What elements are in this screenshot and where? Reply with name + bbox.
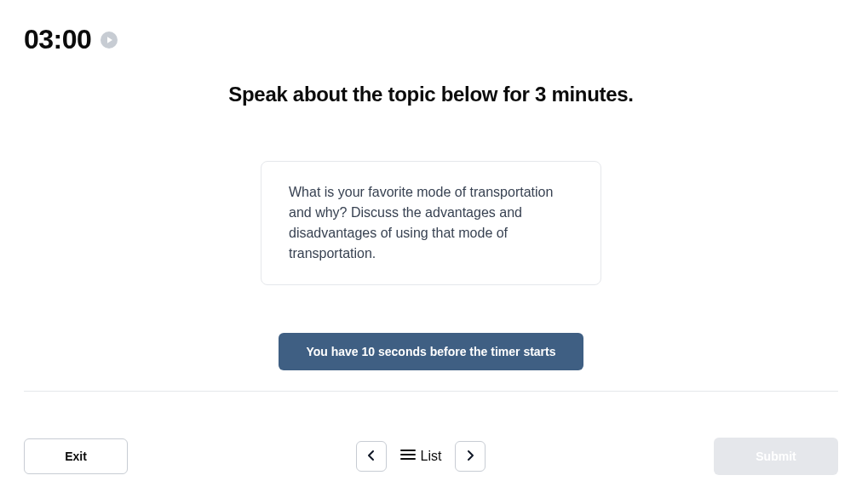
- prev-button[interactable]: [356, 441, 387, 472]
- play-icon[interactable]: [100, 31, 118, 49]
- topic-card: What is your favorite mode of transporta…: [261, 161, 601, 285]
- list-label: List: [421, 449, 442, 464]
- timer-value: 03:00: [24, 24, 91, 55]
- nav-group: List: [356, 441, 486, 472]
- page-title: Speak about the topic below for 3 minute…: [24, 83, 838, 106]
- list-button[interactable]: List: [397, 444, 445, 469]
- footer-divider: [24, 391, 838, 392]
- countdown-status: You have 10 seconds before the timer sta…: [279, 333, 583, 370]
- submit-button[interactable]: Submit: [714, 438, 838, 475]
- footer: Exit List: [24, 438, 838, 475]
- chevron-right-icon: [464, 450, 476, 464]
- timer-row: 03:00: [24, 24, 838, 55]
- topic-prompt: What is your favorite mode of transporta…: [289, 182, 573, 264]
- chevron-left-icon: [365, 450, 377, 464]
- list-icon: [400, 449, 416, 464]
- next-button[interactable]: [455, 441, 486, 472]
- exit-button[interactable]: Exit: [24, 438, 128, 474]
